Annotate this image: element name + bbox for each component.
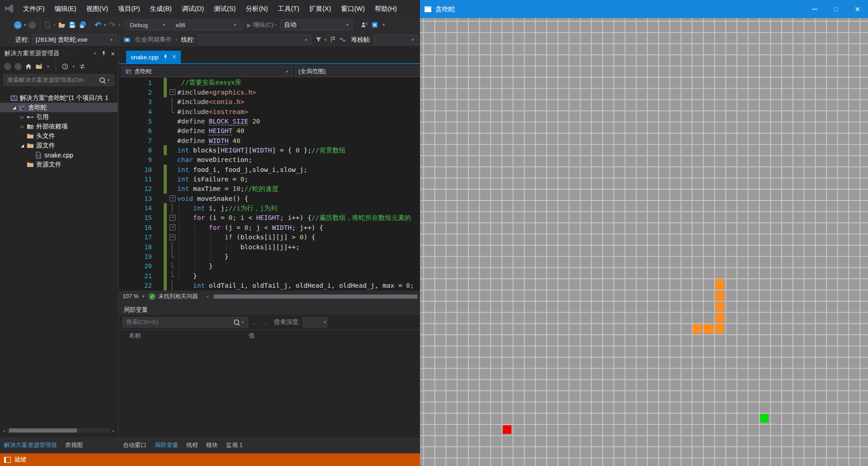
game-title-bar[interactable]: 贪吃蛇 ─ □ × [420, 0, 868, 18]
toolbar-grip[interactable]: ⋮⋮ [3, 22, 11, 28]
explorer-forward-icon[interactable]: → [14, 63, 22, 70]
redo-dropdown-icon[interactable]: ▾ [118, 23, 121, 27]
undo-dropdown-icon[interactable]: ▾ [104, 23, 106, 27]
tree-item-3[interactable]: ▷外部依赖项 [0, 122, 118, 131]
search-depth-combobox[interactable]: ▾ [303, 317, 327, 328]
new-project-icon[interactable] [42, 19, 53, 30]
explorer-horizontal-scrollbar[interactable]: ◂ ▸ [1, 428, 117, 433]
lifecycle-dropdown-icon[interactable]: ▾ [175, 38, 178, 42]
locals-tab-3[interactable]: 模块 [202, 437, 222, 453]
menu-item-7[interactable]: 分析(N) [241, 0, 273, 17]
explorer-tab-0[interactable]: 解决方案资源管理器 [0, 437, 61, 453]
solution-explorer-search-input[interactable]: 搜索解决方案资源管理器(Ctrl- ▾ [4, 74, 114, 86]
fold-collapse-icon[interactable]: − [167, 87, 177, 97]
search-dropdown-icon[interactable]: ▾ [107, 78, 109, 82]
tab-pin-icon[interactable] [163, 54, 168, 60]
live-share-icon[interactable] [369, 19, 380, 30]
tree-item-7[interactable]: 资源文件 [0, 160, 118, 169]
collapsed-arrow-icon[interactable]: ▷ [19, 124, 26, 129]
menu-item-9[interactable]: 扩展(X) [304, 0, 336, 17]
code-editor[interactable]: 1 //需要安装easyx库2−#include<graphics.h>3#in… [119, 78, 420, 290]
tree-item-6[interactable]: ++snake.cpp [0, 150, 118, 160]
search-prev-icon[interactable]: ← [251, 319, 258, 326]
search-next-icon[interactable]: → [261, 319, 268, 326]
tree-item-5[interactable]: ◢源文件 [0, 141, 118, 150]
filter-dropdown-icon[interactable]: ▾ [325, 38, 327, 42]
navigate-forward-button[interactable]: → [27, 19, 38, 30]
navigate-back-dropdown-icon[interactable]: ▾ [24, 23, 26, 27]
switch-views-icon[interactable] [35, 63, 43, 70]
feedback-icon[interactable] [359, 19, 369, 30]
column-name[interactable]: 名称 [129, 332, 141, 340]
menu-item-5[interactable]: 调试(D) [177, 0, 209, 17]
continue-play-icon[interactable]: ▶ [247, 22, 251, 29]
breadcrumb-scope-dropdown[interactable]: (全局范围) [295, 66, 419, 77]
scroll-left-icon[interactable]: ◂ [1, 428, 7, 433]
pending-changes-filter-icon[interactable] [61, 63, 69, 70]
maximize-button[interactable]: □ [826, 0, 847, 18]
minimize-button[interactable]: ─ [804, 0, 826, 18]
fold-collapse-icon[interactable]: − [167, 213, 177, 223]
tab-close-icon[interactable]: × [172, 53, 176, 61]
close-button[interactable]: × [847, 0, 868, 18]
close-icon[interactable]: × [111, 50, 115, 57]
breadcrumb-project-dropdown[interactable]: 贪吃蛇 ▾ [122, 66, 292, 77]
toolbar-overflow-icon[interactable]: ▾ [382, 23, 385, 27]
expanded-arrow-icon[interactable]: ◢ [11, 105, 18, 110]
menu-item-6[interactable]: 测试(S) [209, 0, 241, 17]
tree-item-2[interactable]: ▷引用 [0, 112, 118, 122]
open-file-icon[interactable] [57, 19, 67, 30]
lifecycle-events-icon[interactable] [122, 34, 132, 45]
navigate-back-button[interactable]: ← [13, 19, 23, 30]
menu-item-8[interactable]: 工具(T) [273, 0, 305, 17]
thread-combobox[interactable]: ▾ [198, 34, 311, 45]
window-position-dropdown-icon[interactable]: ▾ [94, 51, 96, 56]
tab-snake-cpp[interactable]: snake.cpp × [126, 51, 181, 63]
continue-button[interactable]: 继续(C) [253, 21, 274, 29]
editor-horizontal-scrollbar[interactable]: ◂ [204, 293, 420, 300]
locals-tab-1[interactable]: 局部变量 [151, 437, 182, 453]
redo-button[interactable]: ↷ [107, 19, 118, 30]
scroll-right-icon[interactable]: ▸ [110, 428, 117, 433]
fold-collapse-icon[interactable]: − [167, 233, 177, 242]
tree-item-1[interactable]: ◢贪吃蛇 [0, 103, 118, 112]
sync-with-active-document-icon[interactable] [79, 63, 86, 70]
column-value[interactable]: 值 [249, 332, 255, 340]
menu-item-3[interactable]: 项目(P) [113, 0, 145, 17]
toolbar-grip[interactable]: ⋮⋮ [3, 37, 11, 43]
locals-tab-2[interactable]: 线程 [182, 437, 202, 453]
wave-icon[interactable] [338, 34, 349, 45]
home-icon[interactable] [25, 63, 32, 70]
new-project-dropdown-icon[interactable]: ▾ [54, 23, 56, 27]
expanded-arrow-icon[interactable]: ◢ [19, 143, 26, 148]
continue-dropdown-icon[interactable]: ▾ [274, 23, 277, 27]
process-combobox[interactable]: [28136] 贪吃蛇.exe▾ [32, 34, 117, 45]
auto-combobox[interactable]: 自动▾ [280, 20, 353, 30]
scroll-left-icon[interactable]: ◂ [204, 294, 210, 299]
fold-collapse-icon[interactable]: − [167, 194, 177, 203]
undo-button[interactable]: ↶ [93, 19, 103, 30]
menu-item-10[interactable]: 窗口(W) [336, 0, 369, 17]
solution-platforms-combobox[interactable]: x86▾ [172, 20, 241, 30]
pin-icon[interactable] [101, 51, 107, 57]
locals-tab-4[interactable]: 监视 1 [222, 437, 247, 453]
tree-item-4[interactable]: 头文件 [0, 131, 118, 141]
save-all-button[interactable] [77, 19, 88, 30]
menu-item-4[interactable]: 生成(B) [145, 0, 177, 17]
explorer-back-icon[interactable]: ← [4, 63, 11, 70]
save-button[interactable] [67, 19, 77, 30]
locals-tab-0[interactable]: 自动窗口 [119, 437, 151, 453]
flag-icon[interactable] [328, 34, 338, 45]
stack-frame-combobox[interactable]: ▾ [374, 34, 418, 45]
explorer-tab-1[interactable]: 类视图 [61, 437, 87, 453]
menu-item-1[interactable]: 编辑(E) [50, 0, 81, 17]
menu-item-2[interactable]: 视图(V) [81, 0, 113, 17]
collapsed-arrow-icon[interactable]: ▷ [19, 115, 26, 119]
locals-search-input[interactable]: 搜索(Ctrl+E) ▾ [123, 317, 248, 328]
filter-funnel-icon[interactable] [313, 34, 324, 45]
solution-configurations-combobox[interactable]: Debug▾ [126, 20, 170, 30]
menu-item-0[interactable]: 文件(F) [18, 0, 50, 17]
lifecycle-events-button[interactable]: 生命周期事件 [135, 36, 172, 44]
fold-collapse-icon[interactable]: − [167, 223, 177, 232]
zoom-level-dropdown[interactable]: 107 %▾ [119, 293, 149, 300]
